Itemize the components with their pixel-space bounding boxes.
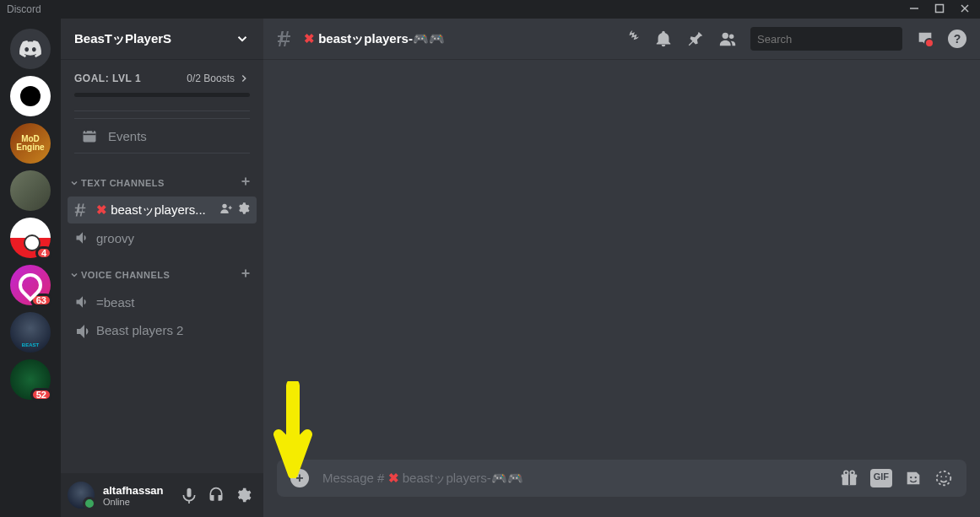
user-status: Online: [103, 497, 172, 507]
chevron-down-icon: [235, 31, 250, 46]
channel-settings-icon[interactable]: [236, 202, 250, 218]
minimize-button[interactable]: [909, 3, 919, 16]
close-button[interactable]: [960, 3, 970, 16]
speaker-icon: [74, 294, 91, 310]
hash-icon: [74, 202, 91, 218]
goal-label: GOAL: LVL 1: [74, 73, 141, 84]
server-icon[interactable]: MoDEngine: [10, 123, 51, 164]
svg-point-23: [915, 477, 917, 478]
titlebar: Discord: [0, 0, 980, 19]
user-panel: altafhassan Online: [61, 473, 263, 517]
message-input[interactable]: + Message # ✖ beastッplayers-🎮🎮 GIF: [277, 460, 966, 497]
svg-rect-7: [84, 134, 96, 136]
speaker-icon: [74, 321, 91, 338]
text-channel[interactable]: ✖ beastッplayers...: [68, 197, 257, 223]
category-header[interactable]: VOICE CHANNELS: [68, 252, 257, 288]
server-badge: 52: [30, 388, 52, 401]
channel-title: ✖ beastッplayers-🎮🎮: [304, 31, 445, 47]
search-input[interactable]: [757, 33, 899, 46]
window-controls: [909, 3, 973, 16]
message-placeholder: Message # ✖ beastッplayers-🎮🎮: [322, 471, 840, 487]
pinned-button[interactable]: [686, 30, 705, 48]
server-icon[interactable]: 52: [10, 359, 51, 400]
server-badge: 4: [35, 246, 52, 260]
deafen-button[interactable]: [203, 482, 230, 509]
server-icon[interactable]: 63: [10, 265, 51, 305]
svg-point-24: [937, 471, 951, 486]
channel-label: Beast players 2: [96, 323, 250, 337]
svg-rect-6: [92, 129, 94, 132]
chevron-down-icon: [69, 270, 79, 280]
voice-channel[interactable]: groovy: [68, 224, 257, 251]
server-icon[interactable]: 4: [10, 218, 51, 258]
username: altafhassan: [103, 484, 172, 497]
message-area: [263, 59, 980, 460]
members-button[interactable]: [718, 30, 737, 48]
svg-point-25: [940, 476, 942, 477]
goal-boosts: 0/2 Boosts: [187, 73, 250, 84]
category-name: VOICE CHANNELS: [81, 270, 170, 280]
mute-button[interactable]: [176, 482, 203, 509]
user-avatar[interactable]: [68, 482, 95, 509]
channel-label: groovy: [96, 231, 250, 245]
channel-header: ✖ beastッplayers-🎮🎮 ?: [263, 19, 980, 59]
user-settings-button[interactable]: [230, 482, 257, 509]
server-icon[interactable]: [10, 312, 51, 353]
emoji-button[interactable]: [934, 469, 953, 487]
gif-button[interactable]: GIF: [870, 469, 892, 487]
svg-point-22: [910, 477, 912, 478]
svg-point-14: [729, 35, 734, 40]
server-list: MoDEngine 4 63 52: [0, 19, 61, 517]
server-badge: 63: [30, 294, 52, 307]
channel-label: =beast: [96, 295, 250, 310]
add-channel-button[interactable]: [238, 266, 253, 284]
channel-sidebar: BeasTッPlayerS GOAL: LVL 1 0/2 Boosts Eve…: [61, 19, 263, 517]
category-header[interactable]: TEXT CHANNELS: [68, 160, 257, 196]
server-icon[interactable]: [10, 170, 51, 211]
svg-rect-19: [848, 474, 850, 485]
svg-rect-5: [85, 129, 87, 132]
boost-progress-bar: [74, 93, 250, 97]
threads-button[interactable]: [622, 30, 641, 48]
svg-point-20: [844, 471, 848, 475]
channel-label: ✖ beastッplayers...: [96, 202, 214, 218]
create-invite-icon[interactable]: [219, 202, 233, 218]
chevron-down-icon: [69, 178, 79, 188]
sticker-button[interactable]: [904, 469, 923, 487]
server-header[interactable]: BeasTッPlayerS: [61, 19, 263, 59]
svg-point-26: [945, 476, 947, 477]
help-button[interactable]: ?: [948, 30, 966, 48]
add-channel-button[interactable]: [238, 174, 253, 192]
svg-rect-4: [84, 131, 96, 142]
inbox-button[interactable]: [916, 30, 934, 48]
calendar-icon: [81, 127, 98, 144]
user-info[interactable]: altafhassan Online: [98, 484, 172, 507]
gift-button[interactable]: [840, 469, 858, 487]
chevron-right-icon: [238, 73, 250, 84]
server-name: BeasTッPlayerS: [74, 31, 171, 47]
voice-channel[interactable]: =beast: [68, 288, 257, 315]
app-title: Discord: [7, 3, 41, 15]
svg-point-13: [723, 33, 728, 39]
notifications-button[interactable]: [654, 30, 673, 48]
events-button[interactable]: Events: [74, 118, 250, 153]
speaker-icon: [74, 229, 91, 246]
attach-button[interactable]: +: [290, 469, 309, 487]
svg-point-10: [222, 204, 226, 208]
maximize-button[interactable]: [934, 3, 945, 16]
svg-point-21: [850, 471, 854, 475]
events-label: Events: [108, 129, 147, 143]
home-button[interactable]: [10, 29, 51, 69]
main-content: ✖ beastッplayers-🎮🎮 ? + Message # ✖ beast…: [263, 19, 980, 517]
server-icon[interactable]: [10, 76, 51, 116]
category-name: TEXT CHANNELS: [81, 178, 165, 188]
boost-goal[interactable]: GOAL: LVL 1 0/2 Boosts: [74, 73, 250, 111]
hash-icon: [277, 29, 297, 49]
search-box[interactable]: [750, 27, 902, 51]
voice-channel[interactable]: Beast players 2: [68, 316, 257, 343]
svg-rect-1: [936, 4, 944, 12]
